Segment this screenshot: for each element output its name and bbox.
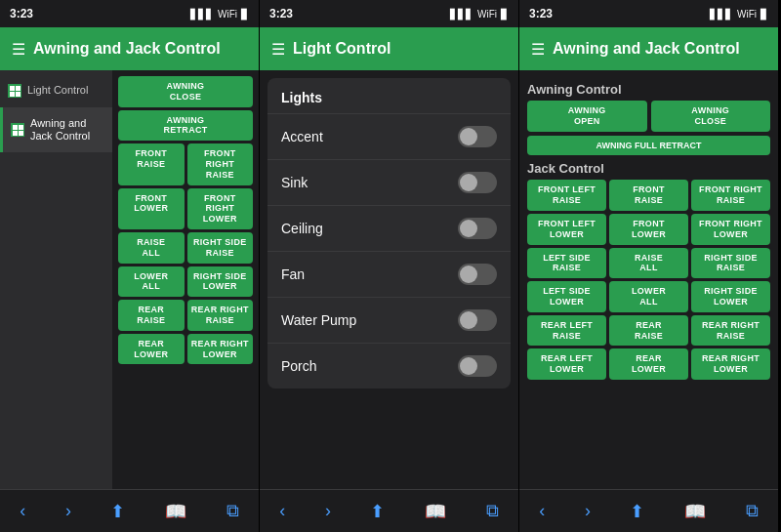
forward-btn-3[interactable]: › bbox=[585, 501, 591, 521]
status-bar-2: 3:23 ▋▋▋ WiFi ▊ bbox=[260, 0, 518, 27]
sidebar-item-light[interactable]: Light Control bbox=[0, 74, 112, 107]
front-left-lower-btn-1[interactable]: FRONTLOWER bbox=[118, 188, 185, 229]
panel-1: 3:23 ▋▋▋ WiFi ▊ ☰ Awning and Jack Contro… bbox=[0, 0, 260, 532]
grid-icon-awning bbox=[11, 123, 24, 137]
panel-2: 3:23 ▋▋▋ WiFi ▊ ☰ Light Control Lights A… bbox=[260, 0, 519, 532]
awning-row-1: AWNINGCLOSE bbox=[118, 76, 253, 107]
hamburger-icon-2[interactable]: ☰ bbox=[271, 40, 285, 59]
awning-open-btn[interactable]: AWNINGOPEN bbox=[527, 101, 647, 132]
awning-close-btn-1[interactable]: AWNINGCLOSE bbox=[118, 76, 253, 107]
wifi-icon-3: WiFi bbox=[737, 9, 757, 20]
rear-lower-btn-3[interactable]: REARLOWER bbox=[609, 348, 688, 380]
front-left-lower-btn-3[interactable]: FRONT LEFTLOWER bbox=[527, 214, 606, 245]
jack-row-side-lower: LEFT SIDELOWER LOWERALL RIGHT SIDELOWER bbox=[527, 281, 770, 312]
front-raise-btn-3[interactable]: FRONTRAISE bbox=[609, 180, 688, 211]
front-left-raise-btn-3[interactable]: FRONT LEFTRAISE bbox=[527, 180, 606, 211]
front-raise-row: FRONTRAISE FRONT RIGHTRAISE bbox=[118, 143, 253, 184]
rear-left-lower-btn[interactable]: REAR LEFTLOWER bbox=[527, 348, 606, 380]
back-btn-3[interactable]: ‹ bbox=[539, 501, 545, 521]
status-bar-1: 3:23 ▋▋▋ WiFi ▊ bbox=[0, 0, 259, 27]
front-right-lower-btn-3[interactable]: FRONT RIGHTLOWER bbox=[691, 214, 770, 245]
forward-btn-1[interactable]: › bbox=[65, 501, 71, 521]
rear-raise-row: REARRAISE REAR RIGHTRAISE bbox=[118, 300, 253, 331]
status-icons-2: ▋▋▋ WiFi ▊ bbox=[450, 9, 509, 20]
tabs-btn-1[interactable]: ⧉ bbox=[226, 501, 239, 521]
light-label-porch: Porch bbox=[281, 358, 317, 374]
lower-all-btn-3[interactable]: LOWERALL bbox=[609, 281, 688, 312]
hamburger-icon-1[interactable]: ☰ bbox=[12, 40, 25, 59]
light-dropdown: Lights Accent Sink Ceiling Fan Water Pum… bbox=[267, 78, 511, 389]
rear-right-lower-btn-3[interactable]: REAR RIGHTLOWER bbox=[691, 348, 770, 380]
front-lower-btn-3[interactable]: FRONTLOWER bbox=[609, 214, 688, 245]
lower-all-btn-1[interactable]: LOWERALL bbox=[118, 266, 185, 298]
front-right-raise-btn-1[interactable]: FRONT RIGHTRAISE bbox=[187, 143, 254, 184]
rear-lower-btn-1[interactable]: REARLOWER bbox=[118, 334, 185, 365]
left-side-lower-btn[interactable]: LEFT SIDELOWER bbox=[527, 281, 606, 312]
signal-icon-1: ▋▋▋ bbox=[190, 9, 214, 20]
bookmarks-btn-2[interactable]: 📖 bbox=[425, 501, 446, 522]
status-icons-3: ▋▋▋ WiFi ▊ bbox=[710, 9, 768, 20]
panel-body-1: Light Control Awning and Jack Control AW… bbox=[0, 70, 259, 489]
tabs-btn-2[interactable]: ⧉ bbox=[486, 501, 499, 521]
right-side-raise-btn-3[interactable]: RIGHT SIDERAISE bbox=[691, 248, 770, 279]
rear-right-raise-btn-3[interactable]: REAR RIGHTRAISE bbox=[691, 315, 770, 347]
left-side-raise-btn[interactable]: LEFT SIDERAISE bbox=[527, 248, 606, 279]
bottom-bar-2: ‹ › ⬆ 📖 ⧉ bbox=[260, 489, 518, 532]
back-btn-2[interactable]: ‹ bbox=[279, 501, 285, 521]
bookmarks-btn-3[interactable]: 📖 bbox=[684, 501, 706, 522]
bottom-bar-3: ‹ › ⬆ 📖 ⧉ bbox=[519, 489, 778, 532]
rear-raise-btn-3[interactable]: REARRAISE bbox=[609, 315, 688, 347]
back-btn-1[interactable]: ‹ bbox=[20, 501, 25, 521]
status-bar-3: 3:23 ▋▋▋ WiFi ▊ bbox=[519, 0, 778, 27]
rear-raise-btn-1[interactable]: REARRAISE bbox=[118, 300, 185, 331]
toggle-porch[interactable] bbox=[458, 355, 497, 377]
status-time-2: 3:23 bbox=[269, 7, 293, 20]
rear-right-raise-btn-1[interactable]: REAR RIGHTRAISE bbox=[187, 300, 254, 331]
rear-lower-row: REARLOWER REAR RIGHTLOWER bbox=[118, 334, 253, 365]
awning-retract-btn[interactable]: AWNINGRETRACT bbox=[118, 110, 253, 142]
jack-row-rear-raise: REAR LEFTRAISE REARRAISE REAR RIGHTRAISE bbox=[527, 315, 770, 347]
bottom-bar-1: ‹ › ⬆ 📖 ⧉ bbox=[0, 489, 259, 532]
tabs-btn-3[interactable]: ⧉ bbox=[746, 501, 759, 521]
awning-section-title: Awning Control bbox=[527, 82, 770, 97]
status-icons-1: ▋▋▋ WiFi ▊ bbox=[190, 9, 249, 20]
right-side-lower-btn-3[interactable]: RIGHT SIDELOWER bbox=[691, 281, 770, 312]
raise-all-btn-3[interactable]: RAISEALL bbox=[609, 248, 688, 279]
rear-left-raise-btn[interactable]: REAR LEFTRAISE bbox=[527, 315, 606, 347]
sidebar-item-awning[interactable]: Awning and Jack Control bbox=[0, 107, 112, 152]
awning-full-retract-btn[interactable]: AWNING FULL RETRACT bbox=[527, 136, 770, 156]
light-label-ceiling: Ceiling bbox=[281, 221, 323, 236]
right-side-raise-btn-1[interactable]: RIGHT SIDERAISE bbox=[187, 232, 254, 264]
right-side-lower-btn-1[interactable]: RIGHT SIDELOWER bbox=[187, 266, 254, 298]
nav-header-1: ☰ Awning and Jack Control bbox=[0, 27, 259, 70]
light-row-accent: Accent bbox=[267, 113, 511, 159]
hamburger-icon-3[interactable]: ☰ bbox=[531, 40, 545, 59]
share-btn-3[interactable]: ⬆ bbox=[630, 501, 644, 522]
rear-right-lower-btn-1[interactable]: REAR RIGHTLOWER bbox=[187, 334, 254, 365]
front-lower-row: FRONTLOWER FRONT RIGHTLOWER bbox=[118, 188, 253, 229]
light-row-ceiling: Ceiling bbox=[267, 205, 511, 251]
light-row-fan: Fan bbox=[267, 251, 511, 297]
toggle-fan[interactable] bbox=[458, 264, 497, 285]
side-lower-row: LOWERALL RIGHT SIDELOWER bbox=[118, 266, 253, 298]
raise-all-btn-1[interactable]: RAISEALL bbox=[118, 232, 185, 264]
sidebar-1: Light Control Awning and Jack Control bbox=[0, 70, 112, 489]
bookmarks-btn-1[interactable]: 📖 bbox=[165, 501, 186, 522]
share-btn-2[interactable]: ⬆ bbox=[370, 501, 385, 522]
toggle-sink[interactable] bbox=[458, 172, 497, 193]
panel-3: 3:23 ▋▋▋ WiFi ▊ ☰ Awning and Jack Contro… bbox=[519, 0, 779, 532]
front-right-lower-btn-1[interactable]: FRONT RIGHTLOWER bbox=[187, 188, 254, 229]
front-right-raise-btn-3[interactable]: FRONT RIGHTRAISE bbox=[691, 180, 770, 211]
toggle-water-pump[interactable] bbox=[458, 309, 497, 331]
battery-icon-3: ▊ bbox=[760, 9, 768, 20]
share-btn-1[interactable]: ⬆ bbox=[110, 501, 125, 522]
light-row-porch: Porch bbox=[267, 343, 511, 389]
front-left-raise-btn-1[interactable]: FRONTRAISE bbox=[118, 143, 185, 184]
forward-btn-2[interactable]: › bbox=[325, 501, 331, 521]
toggle-ceiling[interactable] bbox=[458, 218, 497, 239]
nav-title-2: Light Control bbox=[293, 40, 390, 58]
status-time-3: 3:23 bbox=[529, 7, 553, 20]
awning-close-btn-3[interactable]: AWNINGCLOSE bbox=[651, 101, 771, 132]
sidebar-label-light: Light Control bbox=[27, 84, 88, 97]
toggle-accent[interactable] bbox=[458, 126, 497, 147]
